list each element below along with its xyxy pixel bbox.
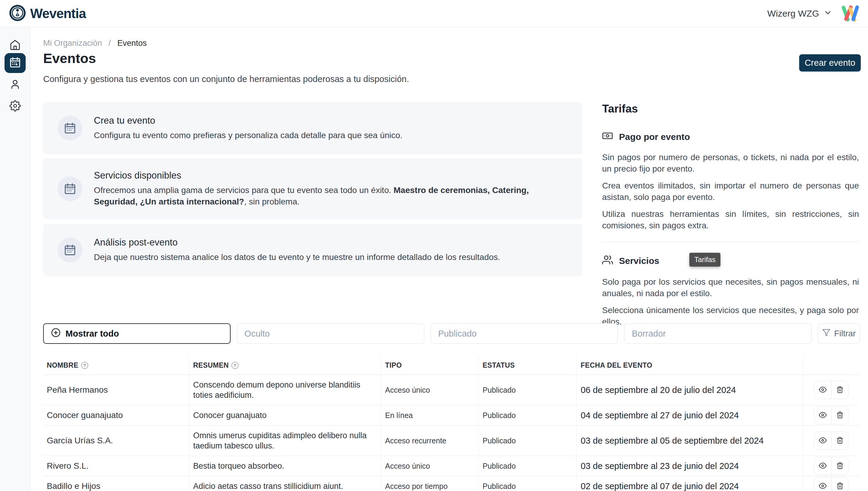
help-circle-icon[interactable]: ? (81, 362, 88, 369)
servicios-heading-label: Servicios (619, 256, 659, 266)
delete-event-button[interactable] (831, 381, 848, 399)
feature-card-description: Ofrecemos una amplia gama de servicios p… (94, 184, 568, 207)
cell-resumen: Conocer guanajuato (189, 405, 381, 425)
table-row[interactable]: García Urías S.A. Omnis umerus cupiditas… (43, 426, 859, 456)
breadcrumb-current: Eventos (117, 38, 147, 48)
servicios-heading: Servicios Tarifas (602, 254, 859, 268)
table-row[interactable]: Badillo e Hijos Adicio aetas casso trans… (43, 476, 859, 491)
cell-actions (804, 405, 859, 425)
table-row[interactable]: Conocer guanajuato Conocer guanajuato En… (43, 405, 859, 426)
table-header-row: NOMBRE ? RESUMEN ? TIPO ESTATUS FECHA DE… (43, 356, 859, 375)
trash-icon (836, 482, 844, 490)
table-row[interactable]: Peña Hermanos Conscendo demum depono uni… (43, 375, 859, 405)
page-subtitle: Configura y gestiona tus eventos con un … (43, 74, 409, 84)
cell-resumen: Bestia torqueo absorbeo. (189, 456, 381, 476)
cell-tipo: Acceso único (381, 375, 478, 405)
cell-estatus: Publicado (478, 375, 577, 405)
delete-event-button[interactable] (831, 478, 848, 491)
cell-tipo: Acceso único (381, 456, 478, 476)
cell-tipo: En línea (381, 405, 478, 425)
trash-icon (836, 386, 844, 394)
servicios-paragraph: Solo paga por los servicios que necesite… (602, 276, 859, 299)
tarifas-title: Tarifas (602, 103, 859, 115)
table-column-header: TIPO (381, 356, 478, 375)
filter-show-all-label: Mostrar todo (65, 329, 119, 339)
cell-estatus: Publicado (478, 405, 577, 425)
view-event-button[interactable] (814, 407, 831, 424)
calendar-icon (58, 238, 82, 262)
table-column-header: NOMBRE ? (43, 356, 189, 375)
calendar-icon (58, 116, 82, 141)
pago-paragraph: Crea eventos ilimitados, sin importar el… (602, 180, 859, 203)
chevron-down-icon (823, 8, 832, 19)
people-icon (602, 255, 613, 267)
sidebar-item-home[interactable] (4, 36, 26, 56)
filter-row: Mostrar todo OcultoPublicadoBorrador Fil… (43, 323, 860, 344)
feature-card-title: Servicios disponibles (94, 170, 568, 181)
feature-card: Análisis post-evento Deja que nuestro si… (43, 224, 583, 276)
filter-show-all[interactable]: Mostrar todo (43, 323, 231, 344)
cell-actions (804, 426, 859, 456)
org-switcher[interactable]: Wizerg WZG (767, 8, 832, 19)
filter-tab-oculto[interactable]: Oculto (237, 323, 424, 344)
cell-nombre: Rivero S.L. (43, 456, 189, 476)
cell-actions (804, 456, 859, 476)
user-icon (9, 79, 21, 91)
cell-fecha: 06 de septiembre al 20 de julio del 2024 (577, 375, 804, 405)
filter-button[interactable]: Filtrar (818, 323, 860, 344)
pago-paragraph: Sin pagos por numero de personas, o tick… (602, 152, 859, 175)
plus-circle-icon (51, 328, 61, 340)
filter-tab-borrador[interactable]: Borrador (624, 323, 812, 344)
weventia-mark-icon (9, 4, 26, 23)
feature-card-description: Configura tu evento como prefieras y per… (94, 130, 402, 141)
delete-event-button[interactable] (831, 457, 848, 475)
view-event-button[interactable] (814, 478, 831, 491)
page-title: Eventos (43, 51, 96, 66)
cell-nombre: Peña Hermanos (43, 375, 189, 405)
cell-fecha: 02 de septiembre al 07 de junio del 2024 (577, 476, 804, 491)
view-event-button[interactable] (814, 457, 831, 475)
brand-logo[interactable]: Weventia (9, 4, 86, 23)
org-name: Wizerg WZG (767, 8, 819, 19)
cell-fecha: 04 de septiembre al 27 de junio del 2024 (577, 405, 804, 425)
topbar: Weventia Wizerg WZG (0, 0, 868, 27)
sidebar-item-profile[interactable] (4, 75, 26, 95)
wizerg-w-logo-icon[interactable] (840, 4, 860, 23)
trash-icon (836, 411, 844, 420)
cell-tipo: Acceso recurrente (381, 426, 478, 456)
cell-estatus: Publicado (478, 476, 577, 491)
breadcrumb-parent[interactable]: Mi Organización (43, 38, 102, 48)
pago-paragraph: Utiliza nuestras herramientas sin límite… (602, 208, 859, 231)
filter-tab-publicado[interactable]: Publicado (431, 323, 618, 344)
help-circle-icon[interactable]: ? (231, 362, 239, 369)
cell-resumen: Conscendo demum depono universe blanditi… (189, 375, 381, 405)
view-event-button[interactable] (814, 381, 831, 399)
banknote-icon (602, 130, 613, 143)
table-row[interactable]: Rivero S.L. Bestia torqueo absorbeo. Acc… (43, 456, 859, 476)
cell-actions (804, 375, 859, 405)
cell-tipo: Acceso por tiempo (381, 476, 478, 491)
cell-fecha: 03 de septiembre al 23 de junio del 2024 (577, 456, 804, 476)
calendar-icon (9, 56, 21, 70)
cell-resumen: Omnis umerus cupiditas adimpleo delibero… (189, 426, 381, 456)
breadcrumb-separator: / (109, 38, 111, 48)
table-column-header (804, 356, 859, 375)
delete-event-button[interactable] (831, 432, 848, 450)
pago-por-evento-heading: Pago por evento (602, 130, 859, 143)
feature-card: Crea tu evento Configura tu evento como … (43, 102, 583, 154)
eye-icon (819, 462, 827, 470)
sidebar-item-events[interactable] (4, 53, 26, 73)
sidebar-item-settings[interactable] (4, 96, 26, 116)
calendar-icon (58, 176, 82, 201)
cell-estatus: Publicado (478, 456, 577, 476)
view-event-button[interactable] (814, 432, 831, 450)
eye-icon (819, 386, 827, 395)
delete-event-button[interactable] (831, 407, 848, 424)
funnel-icon (822, 328, 831, 339)
tarifas-tooltip: Tarifas (689, 253, 721, 267)
sidebar (0, 27, 30, 491)
trash-icon (836, 437, 844, 445)
cell-actions (804, 476, 859, 491)
cell-resumen: Adicio aetas casso trans stillicidium ai… (189, 476, 381, 491)
create-event-button[interactable]: Crear evento (799, 54, 861, 71)
